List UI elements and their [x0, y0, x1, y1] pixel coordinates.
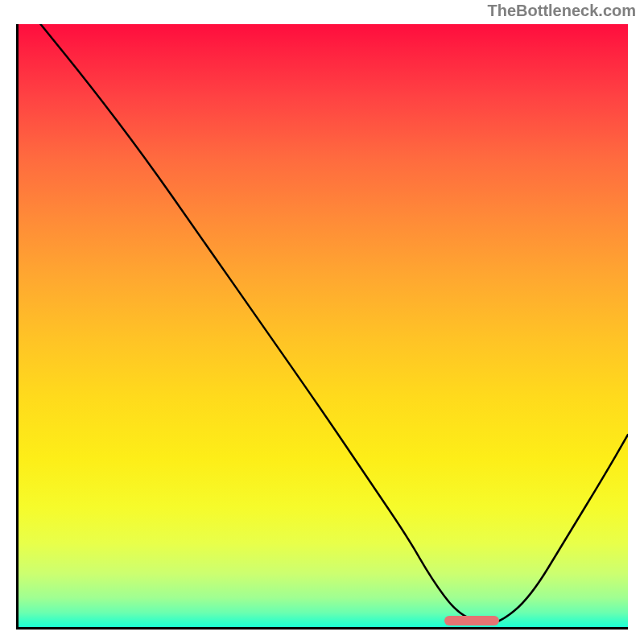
optimal-range-marker — [444, 616, 499, 625]
plot-area — [16, 24, 628, 628]
bottleneck-curve — [16, 24, 628, 628]
watermark-text: TheBottleneck.com — [488, 2, 636, 20]
